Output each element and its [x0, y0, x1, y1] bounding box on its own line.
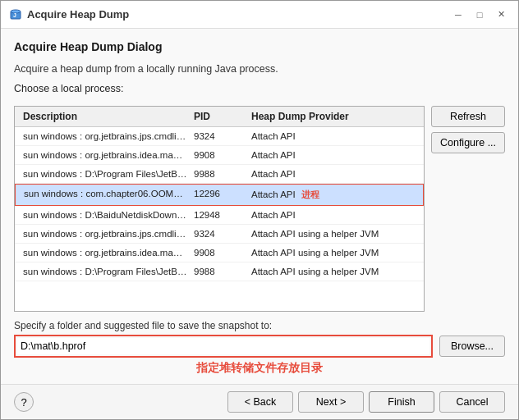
folder-input-row: Browse... — [14, 335, 505, 358]
next-button[interactable]: Next > — [298, 391, 364, 413]
footer-buttons: < Back Next > Finish Cancel — [227, 391, 505, 413]
table-row[interactable]: sun windows : org.jetbrains.idea.maven..… — [15, 244, 424, 262]
table-row[interactable]: sun windows : D:\BaiduNetdiskDownloa... … — [15, 206, 424, 225]
finish-button[interactable]: Finish — [369, 391, 434, 413]
footer: ? < Back Next > Finish Cancel — [1, 384, 518, 419]
process-section-label: Choose a local process: — [14, 83, 505, 94]
table-row[interactable]: sun windows : org.jetbrains.jps.cmdline.… — [15, 225, 424, 244]
dialog-description: Acquire a heap dump from a locally runni… — [14, 63, 505, 75]
folder-annotation: 指定堆转储文件存放目录 — [14, 361, 505, 376]
folder-section-label: Specify a folder and suggested file to s… — [14, 320, 505, 331]
browse-button[interactable]: Browse... — [439, 336, 505, 357]
col-provider: Heap Dump Provider — [248, 109, 419, 124]
col-description: Description — [20, 109, 191, 124]
heap-dump-icon: J — [9, 8, 22, 21]
minimize-button[interactable]: ─ — [449, 6, 467, 24]
title-controls: ─ □ ✕ — [449, 6, 510, 24]
window-title: Acquire Heap Dump — [27, 8, 129, 21]
help-button[interactable]: ? — [14, 392, 34, 412]
cancel-button[interactable]: Cancel — [439, 391, 505, 413]
close-button[interactable]: ✕ — [492, 6, 510, 24]
process-table: Description PID Heap Dump Provider sun w… — [14, 106, 425, 312]
table-row[interactable]: sun windows : D:\Program Files\JetBrai..… — [15, 262, 424, 281]
table-body: sun windows : org.jetbrains.jps.cmdline.… — [15, 127, 424, 311]
title-bar-left: J Acquire Heap Dump — [9, 8, 129, 21]
table-row[interactable]: sun windows : D:\Program Files\JetBrai..… — [15, 165, 424, 184]
maximize-button[interactable]: □ — [471, 6, 489, 24]
table-row[interactable]: sun windows : org.jetbrains.idea.maven..… — [15, 146, 424, 165]
folder-section: Specify a folder and suggested file to s… — [14, 320, 505, 376]
svg-text:J: J — [13, 12, 16, 18]
table-header: Description PID Heap Dump Provider — [15, 107, 424, 127]
folder-input-wrapper — [14, 335, 433, 358]
table-row[interactable]: sun windows : org.jetbrains.jps.cmdline.… — [15, 127, 424, 146]
main-window: J Acquire Heap Dump ─ □ ✕ Acquire Heap D… — [0, 0, 519, 420]
col-pid: PID — [191, 109, 248, 124]
dialog-title: Acquire Heap Dump Dialog — [14, 40, 505, 53]
side-buttons: Refresh Configure ... — [431, 106, 505, 312]
refresh-button[interactable]: Refresh — [431, 106, 505, 127]
process-annotation: 进程 — [301, 189, 319, 201]
title-bar: J Acquire Heap Dump ─ □ ✕ — [1, 1, 518, 29]
configure-button[interactable]: Configure ... — [431, 132, 505, 153]
process-panel: Description PID Heap Dump Provider sun w… — [14, 106, 505, 312]
table-row-selected[interactable]: sun windows : com.chapter06.OOMTest 1229… — [15, 184, 424, 206]
back-button[interactable]: < Back — [227, 391, 293, 413]
folder-input[interactable] — [17, 338, 429, 354]
footer-left: ? — [14, 392, 34, 412]
dialog-content: Acquire Heap Dump Dialog Acquire a heap … — [1, 29, 518, 384]
